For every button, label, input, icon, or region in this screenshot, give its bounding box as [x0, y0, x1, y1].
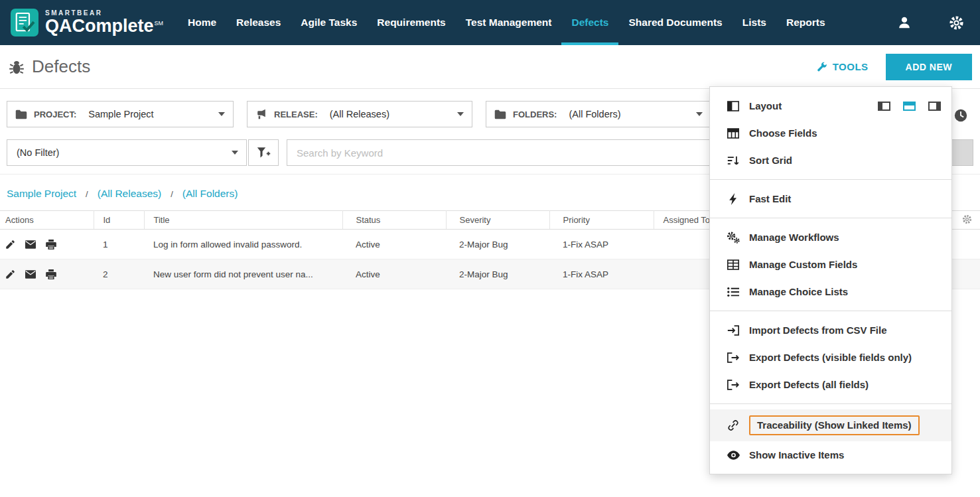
nav-item-test-management[interactable]: Test Management	[456, 0, 562, 45]
layout-icon	[726, 101, 740, 111]
layout-toggles	[878, 102, 941, 111]
menu-item-manage-choice-lists[interactable]: Manage Choice Lists	[710, 278, 951, 305]
grid-settings-icon[interactable]	[962, 214, 972, 224]
menu-item-label: Traceability (Show Linked Items)	[749, 415, 920, 435]
saved-filter-dropdown[interactable]: (No Filter)	[7, 139, 247, 166]
folders-dropdown[interactable]: FOLDERS: (All Folders)	[486, 101, 711, 127]
column-header-severity[interactable]: Severity	[446, 211, 549, 230]
brand-logo[interactable]: SMARTBEAR QACompleteSM	[0, 0, 178, 45]
edit-icon[interactable]	[5, 269, 15, 279]
column-header-priority[interactable]: Priority	[549, 211, 654, 230]
table-icon	[726, 259, 740, 270]
menu-item-label: Manage Workflows	[749, 232, 839, 243]
menu-item-sort-grid[interactable]: Sort Grid	[710, 147, 951, 174]
release-label: RELEASE:	[274, 109, 318, 119]
column-header-title[interactable]: Title	[144, 211, 342, 230]
project-label: PROJECT:	[34, 109, 76, 119]
nav-right-icons	[897, 0, 980, 45]
nav-item-lists[interactable]: Lists	[733, 0, 776, 45]
menu-item-show-inactive[interactable]: Show Inactive Items	[710, 441, 951, 468]
menu-divider	[710, 179, 951, 180]
print-icon[interactable]	[46, 269, 56, 279]
nav-item-releases[interactable]: Releases	[226, 0, 291, 45]
choose-fields-icon	[726, 128, 740, 139]
nav-item-agile-tasks[interactable]: Agile Tasks	[291, 0, 367, 45]
project-dropdown[interactable]: PROJECT: Sample Project	[7, 101, 234, 127]
tools-button[interactable]: TOOLS	[816, 61, 869, 72]
breadcrumb-separator: /	[86, 189, 88, 199]
gear-icon[interactable]	[949, 15, 964, 31]
eye-icon	[726, 451, 740, 460]
menu-item-label: Export Defects (all fields)	[749, 379, 869, 390]
add-filter-button[interactable]	[248, 139, 279, 166]
menu-divider	[710, 311, 951, 311]
sort-icon	[726, 155, 740, 166]
cell-priority: 1-Fix ASAP	[549, 230, 654, 259]
row-actions	[0, 240, 94, 249]
nav-item-reports[interactable]: Reports	[776, 0, 835, 45]
menu-item-traceability[interactable]: Traceability (Show Linked Items)	[710, 409, 951, 441]
history-clock-icon[interactable]	[953, 108, 968, 123]
project-value: Sample Project	[88, 109, 153, 119]
row-actions	[0, 269, 94, 279]
page-title-text: Defects	[32, 56, 90, 77]
print-icon[interactable]	[46, 240, 56, 249]
release-dropdown[interactable]: RELEASE: (All Releases)	[247, 101, 472, 127]
menu-item-label: Export Defects (visible fields only)	[749, 352, 912, 363]
breadcrumb-folder-link[interactable]: (All Folders)	[182, 188, 238, 200]
link-icon	[726, 420, 740, 431]
nav-item-home[interactable]: Home	[178, 0, 226, 45]
menu-item-import-defects[interactable]: Import Defects from CSV File	[710, 317, 951, 344]
cell-title: Log in form allowed invalid password.	[144, 230, 342, 259]
breadcrumb-release-link[interactable]: (All Releases)	[98, 188, 161, 200]
menu-item-choose-fields[interactable]: Choose Fields	[710, 119, 951, 147]
brand-text: SMARTBEAR QACompleteSM	[45, 10, 163, 36]
menu-item-manage-workflows[interactable]: Manage Workflows	[710, 224, 951, 251]
wrench-icon	[816, 61, 827, 72]
nav-item-requirements[interactable]: Requirements	[367, 0, 455, 45]
menu-item-fast-edit[interactable]: Fast Edit	[710, 185, 951, 212]
layout-top-panel-icon[interactable]	[903, 102, 916, 111]
cell-priority: 1-Fix ASAP	[549, 259, 654, 289]
page-title: Defects	[8, 56, 90, 77]
list-icon	[726, 287, 740, 297]
add-new-button[interactable]: ADD NEW	[886, 54, 972, 80]
menu-item-layout[interactable]: Layout	[710, 92, 951, 119]
cell-title: New user form did not prevent user na...	[144, 259, 342, 289]
edit-icon[interactable]	[5, 240, 15, 249]
layout-right-panel-icon[interactable]	[928, 102, 941, 111]
brand-qacomplete-text: QACompleteSM	[45, 17, 163, 35]
menu-item-export-defects-all[interactable]: Export Defects (all fields)	[710, 371, 951, 398]
export-icon	[726, 352, 740, 363]
layout-left-panel-icon[interactable]	[878, 102, 890, 111]
nav-item-shared-documents[interactable]: Shared Documents	[618, 0, 732, 45]
release-value: (All Releases)	[330, 109, 389, 119]
header-actions: TOOLS ADD NEW	[816, 54, 972, 80]
tools-label: TOOLS	[833, 61, 869, 72]
bolt-icon	[726, 193, 740, 205]
menu-item-label: Import Defects from CSV File	[749, 324, 887, 336]
cell-status: Active	[342, 230, 446, 259]
menu-item-label: Layout	[749, 100, 782, 111]
menu-item-export-defects-visible[interactable]: Export Defects (visible fields only)	[710, 344, 951, 371]
email-icon[interactable]	[25, 240, 36, 249]
breadcrumb-project-link[interactable]: Sample Project	[7, 188, 76, 200]
menu-divider	[710, 218, 951, 218]
column-header-id[interactable]: Id	[94, 211, 144, 230]
nav-item-defects[interactable]: Defects	[561, 0, 618, 45]
filter-plus-icon	[257, 147, 271, 159]
cell-severity: 2-Major Bug	[446, 230, 549, 259]
menu-item-label: Choose Fields	[749, 127, 817, 139]
menu-item-manage-custom-fields[interactable]: Manage Custom Fields	[710, 251, 951, 278]
menu-divider	[710, 403, 951, 404]
column-header-actions[interactable]: Actions	[0, 211, 94, 230]
folder-icon	[494, 109, 506, 119]
export-icon	[726, 380, 740, 390]
main-nav: Home Releases Agile Tasks Requirements T…	[178, 0, 835, 45]
user-icon[interactable]	[897, 15, 912, 30]
page-header: Defects TOOLS ADD NEW	[0, 45, 980, 89]
top-navigation: SMARTBEAR QACompleteSM Home Releases Agi…	[0, 0, 980, 45]
email-icon[interactable]	[25, 270, 36, 279]
column-header-status[interactable]: Status	[342, 211, 446, 230]
menu-item-label: Manage Choice Lists	[749, 286, 848, 297]
